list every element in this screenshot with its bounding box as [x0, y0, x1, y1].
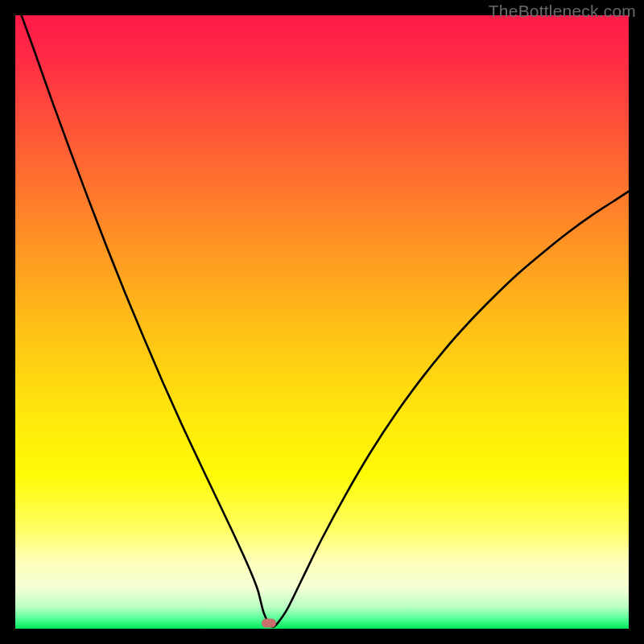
bottleneck-chart [15, 15, 629, 629]
watermark-text: TheBottleneck.com [489, 2, 636, 21]
chart-frame [15, 15, 629, 629]
optimal-point-marker [262, 619, 276, 628]
